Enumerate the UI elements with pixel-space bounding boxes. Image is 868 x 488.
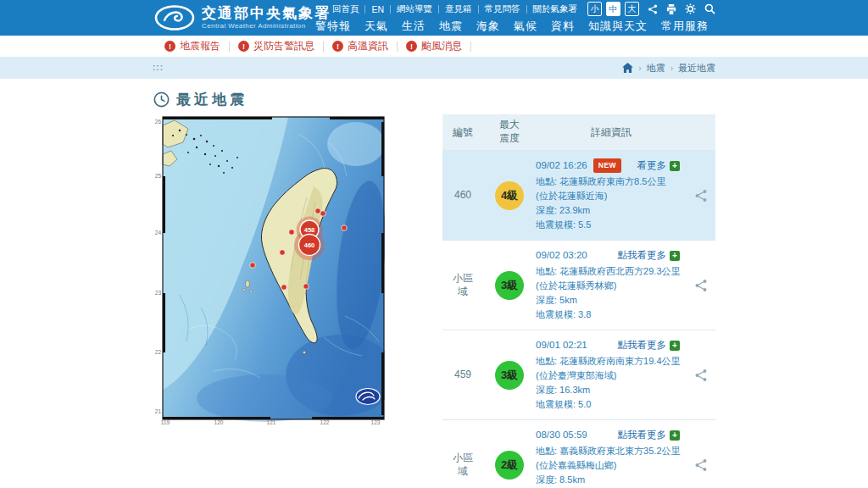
link-high-temp-info[interactable]: !高溫資訊 — [332, 39, 388, 53]
quake-date: 09/01 02:21 — [536, 338, 587, 353]
nav-weather[interactable]: 天氣 — [358, 17, 395, 36]
quake-area: (位於臺灣東部海域) — [536, 369, 683, 383]
col-id: 編號 — [442, 125, 483, 140]
intensity-badge: 2級 — [495, 451, 524, 480]
quake-depth: 深度: 5km — [536, 293, 683, 308]
breadcrumb-separator: › — [638, 64, 641, 73]
link-disaster-alerts[interactable]: !災防告警訊息 — [238, 39, 314, 53]
svg-text:119: 119 — [161, 419, 170, 425]
svg-text:24: 24 — [155, 230, 162, 236]
svg-text:458: 458 — [304, 226, 315, 234]
quake-magnitude: 地震規模: 5.5 — [536, 218, 683, 232]
svg-text:23: 23 — [155, 290, 162, 296]
font-size-large-button[interactable]: 大 — [625, 2, 639, 16]
quake-depth: 深度: 16.3km — [536, 383, 683, 397]
home-icon[interactable] — [622, 63, 633, 73]
quake-location: 地點: 花蓮縣政府東南方8.5公里 — [536, 175, 683, 189]
plus-icon: + — [670, 430, 680, 441]
divider — [323, 42, 324, 52]
accessibility-mark: :: — [317, 5, 323, 14]
utility-faq[interactable]: 常見問答 — [479, 3, 526, 15]
svg-text:22: 22 — [155, 349, 162, 355]
quake-magnitude: 地震規模: 3.8 — [536, 308, 683, 322]
share-nodes-icon[interactable] — [687, 189, 715, 202]
cwa-map-logo-icon — [356, 389, 380, 405]
print-icon[interactable] — [666, 4, 676, 14]
table-header: 編號 最大震度 詳細資訊 — [442, 114, 715, 150]
utility-en[interactable]: EN — [365, 4, 390, 14]
svg-text:123: 123 — [371, 419, 381, 425]
table-row: 460 4級 09/02 16:26 NEW 看更多+ 地點: 花蓮縣政府東南方… — [442, 150, 715, 240]
col-intensity: 最大震度 — [483, 119, 536, 145]
utility-bar: :: 回首頁 EN 網站導覽 意見箱 常見問答 關於氣象署 小 中 大 — [317, 0, 715, 18]
intensity-badge: 3級 — [495, 361, 524, 390]
svg-text:26: 26 — [155, 119, 162, 125]
nav-earthquake[interactable]: 地震 — [432, 17, 470, 36]
quake-depth: 深度: 8.5km — [536, 473, 683, 487]
quake-date: 09/02 03:20 — [536, 248, 587, 263]
nav-services[interactable]: 常用服務 — [654, 17, 715, 36]
search-icon[interactable] — [704, 3, 715, 14]
nav-warnings[interactable]: 警特報 — [309, 17, 358, 36]
divider — [229, 42, 230, 52]
share-icon[interactable] — [648, 4, 658, 14]
link-earthquake-report[interactable]: !地震報告 — [164, 39, 220, 53]
quake-area: (位於花蓮縣秀林鄉) — [536, 279, 683, 293]
utility-about[interactable]: 關於氣象署 — [527, 3, 584, 15]
see-more-link[interactable]: 點我看更多+ — [618, 248, 681, 263]
utility-sitemap[interactable]: 網站導覽 — [391, 3, 438, 15]
see-more-link[interactable]: 點我看更多+ — [618, 428, 681, 443]
quake-depth: 深度: 23.9km — [536, 203, 683, 218]
epicenter-460-marker[interactable]: 460 — [299, 235, 320, 256]
quake-magnitude: 地震規模: 5.0 — [536, 397, 683, 412]
divider — [470, 42, 471, 52]
breadcrumb-separator: › — [670, 64, 673, 73]
utility-feedback[interactable]: 意見箱 — [439, 3, 478, 15]
font-size-medium-button[interactable]: 中 — [606, 2, 620, 16]
quake-area: (位於花蓮縣近海) — [536, 189, 683, 203]
nav-data[interactable]: 資料 — [544, 17, 581, 36]
gear-icon[interactable] — [685, 3, 696, 14]
table-row: 小區域 2級 08/30 05:59 點我看更多+ 地點: 嘉義縣政府東北東方3… — [442, 419, 715, 488]
share-nodes-icon[interactable] — [687, 279, 715, 292]
see-more-link[interactable]: 看更多+ — [637, 158, 681, 174]
intensity-badge: 3級 — [495, 271, 524, 300]
quake-id: 小區域 — [442, 452, 483, 478]
quake-id: 459 — [442, 369, 483, 382]
svg-text:122: 122 — [320, 419, 330, 425]
accessibility-mark: ::: — [153, 64, 164, 71]
breadcrumb-bar: ::: › 地震 › 最近地震 — [0, 57, 868, 79]
font-size-small-button[interactable]: 小 — [587, 2, 602, 16]
nav-climate[interactable]: 氣候 — [507, 17, 544, 36]
quake-id: 460 — [442, 189, 483, 202]
nav-marine[interactable]: 海象 — [470, 17, 507, 36]
table-row: 459 3級 09/01 02:21 點我看更多+ 地點: 花蓮縣政府南南東方1… — [442, 330, 715, 419]
taiwan-map-figure: 458 460 — [153, 114, 385, 426]
svg-text:25: 25 — [155, 173, 162, 179]
utility-home[interactable]: 回首頁 — [326, 3, 365, 15]
breadcrumb-earthquake[interactable]: 地震 — [647, 62, 665, 75]
quake-date: 08/30 05:59 — [536, 428, 587, 443]
share-nodes-icon[interactable] — [687, 458, 715, 472]
site-logo[interactable]: 交通部中央氣象署 Central Weather Administration — [154, 4, 331, 31]
quake-location: 地點: 花蓮縣政府西北西方29.3公里 — [536, 264, 683, 279]
quake-area: (位於嘉義縣梅山鄉) — [536, 458, 683, 473]
main-nav: 警特報 天氣 生活 地震 海象 氣候 資料 知識與天文 常用服務 — [309, 17, 715, 36]
alert-links-bar: !地震報告 !災防告警訊息 !高溫資訊 !颱風消息 — [0, 36, 868, 57]
table-row: 小區域 3級 09/02 03:20 點我看更多+ 地點: 花蓮縣政府西北西方2… — [442, 240, 715, 330]
link-typhoon-news[interactable]: !颱風消息 — [406, 39, 462, 53]
svg-text:21: 21 — [155, 408, 162, 414]
quake-date: 09/02 16:26 — [536, 158, 587, 174]
clock-icon — [153, 92, 170, 108]
svg-text:120: 120 — [214, 419, 224, 425]
svg-text:121: 121 — [267, 419, 276, 425]
col-details: 詳細資訊 — [536, 125, 687, 140]
quake-location: 地點: 嘉義縣政府東北東方35.2公里 — [536, 444, 683, 458]
nav-knowledge[interactable]: 知識與天文 — [581, 17, 654, 36]
share-nodes-icon[interactable] — [687, 369, 715, 382]
page-title: 最近地震 — [176, 90, 248, 109]
new-badge: NEW — [593, 158, 621, 173]
see-more-link[interactable]: 點我看更多+ — [618, 338, 681, 353]
nav-life[interactable]: 生活 — [395, 17, 432, 36]
exclamation-icon: ! — [332, 41, 343, 52]
